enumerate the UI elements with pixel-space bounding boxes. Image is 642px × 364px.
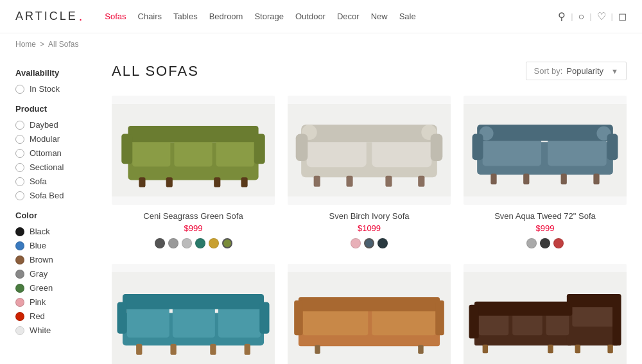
svg-rect-41	[173, 306, 215, 338]
swatch[interactable]	[222, 238, 232, 248]
product-card-4[interactable]: Timber Blue Spruce Sofa $1299	[112, 264, 275, 364]
svg-rect-7	[254, 134, 265, 164]
filter-green[interactable]: Green	[15, 283, 99, 293]
nav-decor[interactable]: Decor	[337, 12, 360, 21]
swatch[interactable]	[155, 238, 165, 248]
breadcrumb: Home > All Sofas	[0, 33, 642, 55]
product-price-2: $1099	[358, 223, 381, 233]
svg-rect-22	[346, 176, 352, 187]
divider-1: |	[571, 12, 573, 21]
radio-in-stock[interactable]	[15, 85, 24, 94]
breadcrumb-home[interactable]: Home	[15, 40, 36, 49]
nav-outdoor[interactable]: Outdoor	[295, 12, 325, 21]
nav-tables[interactable]: Tables	[173, 12, 198, 21]
logo[interactable]: ARTICLE.	[15, 9, 84, 24]
svg-rect-34	[490, 173, 496, 184]
divider-3: |	[611, 12, 613, 21]
nav-bedroom[interactable]: Bedroom	[209, 12, 243, 21]
filter-sofa-bed[interactable]: Sofa Bed	[15, 191, 99, 200]
color-dot-white	[15, 326, 24, 335]
product-card-6[interactable]: Timber Charme Chocolat Corner Sectional …	[464, 264, 627, 364]
filter-blue[interactable]: Blue	[15, 241, 99, 250]
color-dot-red	[15, 312, 24, 321]
sort-dropdown[interactable]: Sort by: Popularity ▼	[526, 62, 627, 80]
filter-daybed[interactable]: Daybed	[15, 120, 99, 130]
swatch[interactable]	[351, 238, 361, 248]
radio-sectional[interactable]	[15, 163, 24, 172]
product-card-5[interactable]: Cigar Rawhide Tan Sofa $2349	[288, 264, 451, 364]
breadcrumb-current: All Sofas	[48, 40, 78, 49]
swatch[interactable]	[526, 238, 537, 248]
swatch[interactable]	[364, 238, 374, 248]
cart-icon[interactable]: ◻	[618, 10, 627, 22]
sort-value: Popularity	[566, 66, 603, 76]
filter-black[interactable]: Black	[15, 227, 99, 236]
radio-daybed[interactable]	[15, 121, 24, 130]
swatch[interactable]	[195, 238, 205, 248]
svg-rect-24	[418, 176, 424, 187]
nav-sale[interactable]: Sale	[399, 12, 416, 21]
swatch[interactable]	[553, 238, 564, 248]
svg-rect-40	[127, 306, 169, 338]
radio-ottoman[interactable]	[15, 149, 24, 158]
brown-label: Brown	[30, 255, 53, 264]
nav-storage[interactable]: Storage	[254, 12, 284, 21]
filter-sectional[interactable]: Sectional	[15, 162, 99, 172]
svg-rect-72	[575, 345, 580, 354]
product-price-1: $999	[184, 223, 203, 233]
filter-gray[interactable]: Gray	[15, 269, 99, 279]
product-name-3: Sven Aqua Tweed 72" Sofa	[494, 211, 596, 221]
sectional-label: Sectional	[30, 162, 64, 172]
sofa-illustration-4	[112, 264, 275, 364]
svg-rect-54	[299, 297, 440, 311]
main-content: ALL SOFAS Sort by: Popularity ▼	[112, 55, 627, 364]
product-image-2	[288, 96, 451, 205]
page-title: ALL SOFAS	[112, 63, 199, 80]
swatch[interactable]	[182, 238, 192, 248]
svg-rect-66	[474, 302, 572, 316]
wishlist-icon[interactable]: ♡	[597, 10, 606, 22]
color-dot-blue	[15, 241, 24, 250]
logo-text: ARTICLE	[15, 10, 78, 23]
breadcrumb-separator: >	[40, 40, 44, 49]
svg-rect-48	[210, 344, 216, 355]
nav-sofas[interactable]: Sofas	[105, 12, 126, 21]
svg-rect-58	[418, 345, 423, 354]
green-label: Green	[30, 283, 53, 293]
svg-rect-23	[385, 176, 392, 187]
filter-pink[interactable]: Pink	[15, 297, 99, 307]
swatch[interactable]	[540, 238, 550, 248]
product-card-2[interactable]: Sven Birch Ivory Sofa $1099	[288, 96, 451, 248]
filter-modular[interactable]: Modular	[15, 134, 99, 144]
filter-in-stock[interactable]: In Stock	[15, 84, 99, 94]
svg-rect-35	[523, 173, 529, 184]
search-icon[interactable]: ⚲	[558, 10, 566, 22]
svg-rect-6	[121, 134, 132, 164]
filter-sofa[interactable]: Sofa	[15, 177, 99, 186]
svg-rect-44	[117, 302, 126, 334]
product-card-3[interactable]: Sven Aqua Tweed 72" Sofa $999	[464, 96, 627, 248]
svg-rect-37	[593, 173, 599, 184]
radio-sofa[interactable]	[15, 177, 24, 186]
svg-rect-47	[170, 344, 176, 355]
filter-ottoman[interactable]: Ottoman	[15, 148, 99, 158]
filter-white[interactable]: White	[15, 325, 99, 335]
black-label: Black	[30, 227, 50, 236]
svg-rect-11	[241, 177, 248, 187]
filter-red[interactable]: Red	[15, 311, 99, 321]
product-card-1[interactable]: Ceni Seagrass Green Sofa $999	[112, 96, 275, 248]
filter-brown[interactable]: Brown	[15, 255, 99, 264]
nav-chairs[interactable]: Chairs	[138, 12, 162, 21]
swatch[interactable]	[209, 238, 219, 248]
svg-rect-73	[607, 345, 612, 354]
radio-sofa-bed[interactable]	[15, 191, 24, 200]
swatch[interactable]	[168, 238, 178, 248]
sidebar: Availability In Stock Product Daybed Mod…	[15, 55, 112, 364]
svg-rect-43	[123, 294, 264, 309]
product-grid: Ceni Seagrass Green Sofa $999	[112, 96, 627, 364]
product-image-5	[288, 264, 451, 364]
radio-modular[interactable]	[15, 135, 24, 144]
account-icon[interactable]: ○	[578, 11, 585, 22]
nav-new[interactable]: New	[371, 12, 388, 21]
swatch[interactable]	[377, 238, 388, 248]
